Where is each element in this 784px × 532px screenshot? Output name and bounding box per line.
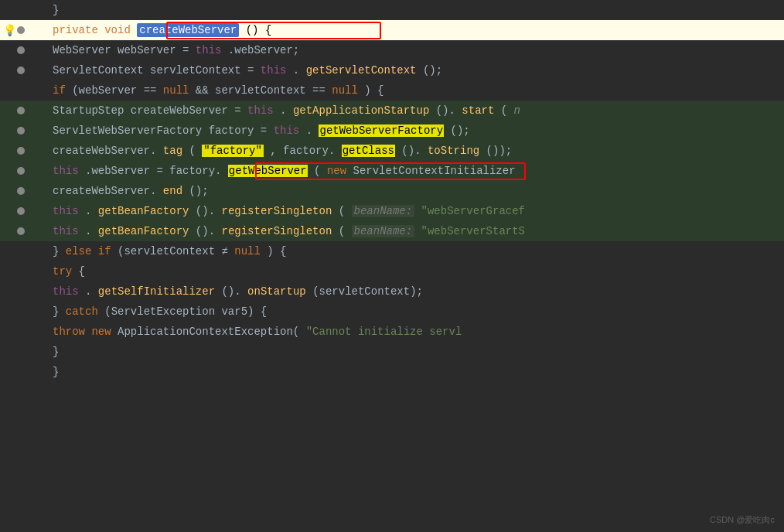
code-text: this . getBeanFactory (). registerSingle… <box>46 221 525 241</box>
code-line-partial <box>0 382 784 402</box>
code-line-register1: this . getBeanFactory (). registerSingle… <box>0 201 784 221</box>
code-text: ServletContext servletContext = this . g… <box>46 60 442 80</box>
method-name-selected: createWebServer <box>137 23 239 37</box>
code-text: WebServer webServer = this .webServer; <box>46 40 299 60</box>
method-declaration-line: 💡 private void createWebServer () { <box>0 20 784 40</box>
code-text: } <box>46 342 59 362</box>
code-line-close-catch: } <box>0 342 784 362</box>
factory-string-highlight: "factory" <box>202 145 264 157</box>
debug-dot-5 <box>17 127 25 135</box>
debug-dot-6 <box>17 147 25 155</box>
code-line-try: try { <box>0 261 784 281</box>
debug-dot-3 <box>17 66 25 74</box>
code-line-getself: this . getSelfInitializer (). onStartup … <box>0 281 784 302</box>
code-text: this .webServer = factory. getWebServer … <box>46 161 516 181</box>
getWebServerFactory-highlight: getWebServerFactory <box>319 124 444 137</box>
code-text: this . getBeanFactory (). registerSingle… <box>46 201 525 221</box>
watermark-text: CSDN @爱吃肉c <box>710 515 775 524</box>
watermark: CSDN @爱吃肉c <box>710 514 775 526</box>
code-content: } 💡 private void createWebServer () { <box>0 0 784 532</box>
debug-dot-9 <box>17 207 25 215</box>
code-line-factory: ServletWebServerFactory factory = this .… <box>0 121 784 141</box>
catch-keyword: catch <box>66 305 104 318</box>
code-line-this-webserver-set: this .webServer = factory. getWebServer … <box>0 161 784 181</box>
code-line-throw: throw new ApplicationContextException( "… <box>0 322 784 342</box>
code-line-tag: createWebServer. tag ( "factory" , facto… <box>0 141 784 161</box>
code-line-servletcontext: ServletContext servletContext = this . g… <box>0 60 784 80</box>
code-line-catch: } catch (ServletException var5) { <box>0 302 784 322</box>
code-line-if: if (webServer == null && servletContext … <box>0 80 784 101</box>
debug-dot-8 <box>17 187 25 195</box>
code-line-close-else: } <box>0 362 784 382</box>
code-line-webserver: WebServer webServer = this .webServer; <box>0 40 784 60</box>
code-editor: } 💡 private void createWebServer () { <box>0 0 784 532</box>
code-line: } <box>0 0 784 20</box>
code-text: if (webServer == null && servletContext … <box>46 80 384 101</box>
code-text: try { <box>46 261 85 281</box>
code-line-else-if: } else if (servletContext ≠ null ) { <box>0 241 784 261</box>
code-text: createWebServer. end (); <box>46 181 209 201</box>
code-text: } else if (servletContext ≠ null ) { <box>46 241 287 261</box>
code-text: this . getSelfInitializer (). onStartup … <box>46 281 423 302</box>
getWebServer-highlight: getWebServer <box>228 165 308 177</box>
code-line-end: createWebServer. end (); <box>0 181 784 201</box>
debug-dot-10 <box>17 227 25 235</box>
getClass-highlight: getClass <box>342 145 395 157</box>
code-text: } catch (ServletException var5) { <box>46 302 267 322</box>
code-text: throw new ApplicationContextException( "… <box>46 322 462 342</box>
code-text: } <box>46 362 59 382</box>
code-text: } <box>46 0 59 20</box>
code-text: ServletWebServerFactory factory = this .… <box>46 121 470 141</box>
debug-dot-7 <box>17 167 25 175</box>
code-text: StartupStep createWebServer = this . get… <box>46 101 520 121</box>
debug-dot-2 <box>17 46 25 54</box>
code-line-startup: StartupStep createWebServer = this . get… <box>0 101 784 121</box>
bulb-icon: 💡 <box>3 24 16 37</box>
method-line-text: private void createWebServer () { <box>46 20 271 40</box>
code-line-register2: this . getBeanFactory (). registerSingle… <box>0 221 784 241</box>
debug-dot <box>17 26 25 34</box>
code-text: createWebServer. tag ( "factory" , facto… <box>46 141 512 161</box>
debug-dot-4 <box>17 107 25 114</box>
